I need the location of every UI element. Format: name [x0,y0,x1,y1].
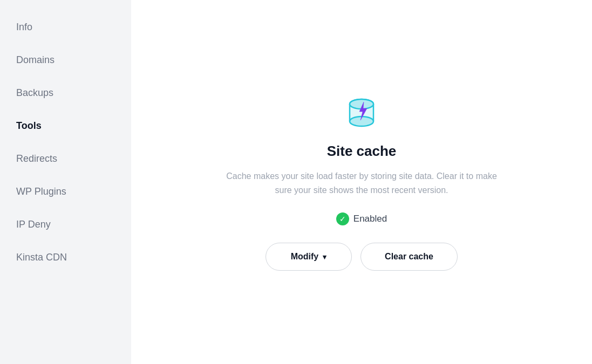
sidebar: Info Domains Backups Tools Redirects WP … [0,0,131,364]
buttons-row: Modify ▾ Clear cache [266,243,458,271]
modify-button[interactable]: Modify ▾ [266,243,352,271]
sidebar-item-label: Info [16,22,32,32]
sidebar-item-kinsta-cdn[interactable]: Kinsta CDN [0,241,131,274]
sidebar-item-label: WP Plugins [16,186,66,197]
modify-label: Modify [291,252,319,262]
clear-cache-button[interactable]: Clear cache [360,243,458,271]
sidebar-item-tools[interactable]: Tools [0,109,131,142]
sidebar-item-ip-deny[interactable]: IP Deny [0,208,131,241]
clear-cache-label: Clear cache [385,252,433,262]
sidebar-item-info[interactable]: Info [0,11,131,44]
sidebar-item-label: Tools [16,120,42,131]
sidebar-item-domains[interactable]: Domains [0,44,131,77]
chevron-down-icon: ▾ [323,253,326,261]
status-row: ✓ Enabled [336,212,387,225]
sidebar-item-label: Domains [16,54,55,65]
sidebar-item-label: Kinsta CDN [16,252,67,263]
sidebar-item-label: Redirects [16,153,57,164]
sidebar-item-backups[interactable]: Backups [0,77,131,109]
site-cache-icon [342,93,381,132]
cache-description: Cache makes your site load faster by sto… [221,169,502,197]
sidebar-item-label: Backups [16,87,53,98]
cache-panel: Site cache Cache makes your site load fa… [221,93,502,270]
sidebar-item-label: IP Deny [16,219,51,230]
sidebar-item-redirects[interactable]: Redirects [0,142,131,175]
sidebar-item-wp-plugins[interactable]: WP Plugins [0,175,131,208]
enabled-icon: ✓ [336,212,349,225]
cache-title: Site cache [327,143,397,160]
status-text: Enabled [353,214,387,224]
main-content: Site cache Cache makes your site load fa… [131,0,592,364]
